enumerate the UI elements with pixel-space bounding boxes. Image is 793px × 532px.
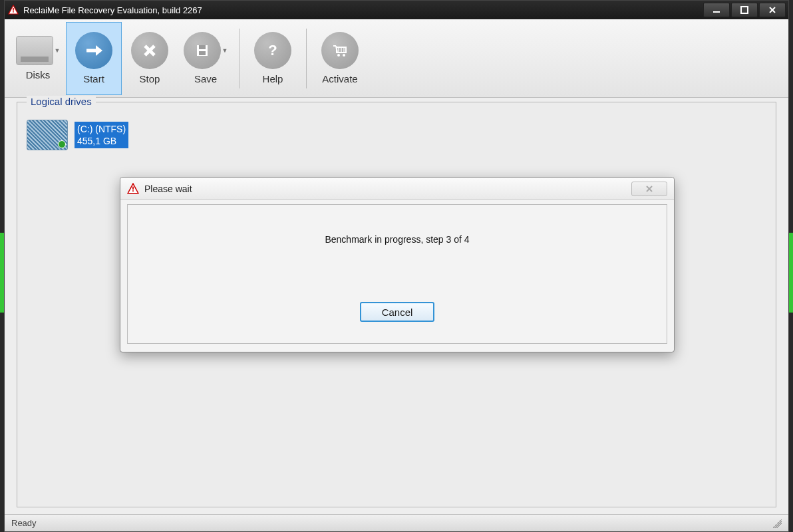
close-button[interactable]: [759, 3, 786, 17]
svg-rect-13: [199, 51, 206, 55]
dialog-titlebar: Please wait: [120, 178, 674, 200]
window-title: ReclaiMe File Recovery Evaluation, build…: [23, 5, 703, 15]
please-wait-dialog: Please wait Benchmark in progress, step …: [120, 177, 675, 352]
svg-rect-1: [13, 8, 14, 11]
dropdown-arrow-icon: ▼: [222, 47, 228, 54]
stop-button[interactable]: Stop: [122, 22, 178, 95]
drive-item-c[interactable]: (C:) (NTFS) 455,1 GB: [27, 120, 766, 150]
maximize-button[interactable]: [731, 3, 758, 17]
save-label: Save: [194, 73, 217, 84]
toolbar-separator: [306, 29, 307, 88]
background-edge-right: [789, 233, 793, 313]
dialog-title-text: Please wait: [144, 184, 626, 194]
svg-rect-3: [713, 11, 720, 13]
svg-point-21: [337, 54, 340, 57]
dialog-close-button[interactable]: [631, 182, 667, 196]
start-label: Start: [83, 73, 104, 84]
disks-label: Disks: [26, 69, 51, 80]
statusbar: Ready: [5, 514, 788, 531]
help-question-icon: ?: [254, 32, 291, 69]
start-arrow-icon: [75, 32, 112, 69]
stop-label: Stop: [140, 73, 160, 84]
svg-marker-8: [96, 45, 102, 56]
disk-icon: [16, 36, 53, 65]
toolbar-separator: [239, 29, 239, 88]
svg-rect-12: [199, 45, 206, 49]
save-floppy-icon: [184, 32, 221, 69]
svg-rect-24: [132, 186, 134, 190]
dialog-message: Benchmark in progress, step 3 of 4: [325, 234, 469, 245]
help-label: Help: [263, 73, 283, 84]
cancel-button[interactable]: Cancel: [360, 302, 434, 322]
svg-rect-4: [741, 7, 748, 13]
dialog-body: Benchmark in progress, step 3 of 4 Cance…: [127, 204, 667, 344]
drive-name: (C:) (NTFS): [77, 123, 126, 135]
warning-icon: [127, 183, 139, 195]
dropdown-arrow-icon: ▼: [55, 47, 61, 54]
activate-label: Activate: [322, 73, 357, 84]
activate-button[interactable]: Activate: [312, 22, 368, 95]
resize-grip[interactable]: [772, 519, 782, 528]
drive-label: (C:) (NTFS) 455,1 GB: [75, 122, 128, 148]
svg-point-22: [343, 54, 345, 57]
svg-rect-2: [13, 11, 14, 13]
status-text: Ready: [11, 518, 37, 528]
minimize-button[interactable]: [703, 3, 730, 17]
toolbar: ▼ Disks Start Stop ▼ Save: [5, 19, 788, 98]
disks-button[interactable]: ▼ Disks: [10, 22, 66, 95]
svg-text:?: ?: [268, 42, 277, 59]
stop-x-icon: [131, 32, 168, 69]
app-icon: [7, 4, 19, 16]
svg-rect-25: [132, 190, 134, 192]
window-controls: [703, 3, 786, 17]
drive-size: 455,1 GB: [77, 135, 126, 147]
help-button[interactable]: ? Help: [245, 22, 301, 95]
panel-legend: Logical drives: [27, 96, 96, 107]
activate-cart-icon: [321, 32, 359, 69]
drive-icon: [27, 120, 68, 150]
save-button[interactable]: ▼ Save: [178, 22, 234, 95]
titlebar: ReclaiMe File Recovery Evaluation, build…: [5, 1, 788, 19]
start-button[interactable]: Start: [66, 22, 122, 95]
